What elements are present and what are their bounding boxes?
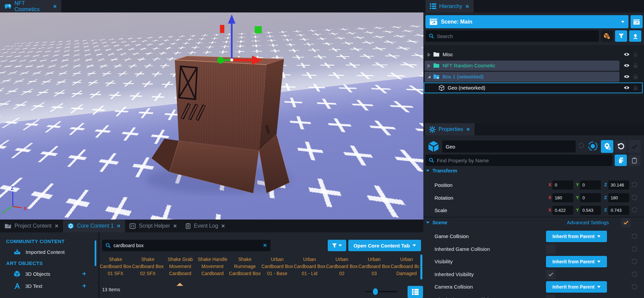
expand-arrow-icon[interactable]: [427, 64, 430, 68]
lock-icon[interactable]: [633, 52, 638, 57]
section-collapse-icon[interactable]: [426, 170, 429, 172]
lock-icon[interactable]: [633, 85, 638, 91]
reset-row-icon[interactable]: [631, 233, 638, 240]
asset-card[interactable]: Urban Cardboard Box 01 - Lid: [293, 253, 326, 280]
expand-arrow-icon[interactable]: [427, 53, 430, 57]
close-icon[interactable]: ✕: [55, 223, 59, 229]
scale-y-input[interactable]: 0.543: [580, 206, 601, 215]
position-x-input[interactable]: 0: [552, 180, 573, 190]
sidebar-item-3d-objects[interactable]: 3D Objects +: [0, 269, 98, 279]
asset-card[interactable]: Shake Cardboard Box 02 SFX: [132, 253, 164, 280]
gizmo-z-arrow[interactable]: [228, 14, 235, 24]
cardboard-box-object[interactable]: [152, 56, 290, 193]
rotation-z-input[interactable]: 180: [608, 193, 629, 202]
collapse-arrow-icon[interactable]: [427, 75, 431, 78]
scale-z-input[interactable]: 0.743: [608, 206, 629, 215]
content-search-input[interactable]: cardboard box ✕: [102, 240, 270, 251]
transform-section-header[interactable]: Transform: [426, 168, 457, 173]
scene-viewport[interactable]: Z X Y: [0, 12, 423, 220]
paste-properties-button[interactable]: [628, 155, 641, 166]
visibility-eye-icon[interactable]: [623, 74, 630, 79]
filter-button[interactable]: [328, 240, 346, 251]
add-icon[interactable]: +: [82, 282, 86, 290]
close-icon[interactable]: ✕: [466, 127, 470, 132]
tab-nft-cosmetics[interactable]: NFT Cosmetics ✕: [0, 0, 61, 12]
lock-icon[interactable]: [633, 74, 638, 79]
visibility-eye-icon[interactable]: [623, 52, 630, 57]
reset-row-icon[interactable]: [631, 207, 638, 213]
visibility-dropdown[interactable]: Inherit from Parent: [546, 256, 607, 267]
close-icon[interactable]: ✕: [465, 4, 469, 9]
advanced-settings-link[interactable]: Advanced Settings: [567, 220, 609, 225]
object-name-input[interactable]: Geo: [442, 140, 576, 153]
camera-collision-dropdown[interactable]: Inherit from Parent: [546, 281, 607, 293]
gizmo-y-handle[interactable]: [217, 57, 224, 64]
tab-script-helper[interactable]: Script Helper ✕: [125, 220, 181, 232]
advanced-settings-checkbox[interactable]: [621, 218, 631, 227]
game-collision-dropdown[interactable]: Inherit from Parent: [546, 231, 607, 242]
close-icon[interactable]: ✕: [53, 4, 57, 9]
reset-row-icon[interactable]: [631, 271, 638, 278]
sidebar-scrollbar[interactable]: [95, 240, 96, 266]
asset-card[interactable]: Urban Cardboard Box Damaged: [390, 253, 419, 280]
rotation-y-input[interactable]: 0: [580, 193, 601, 202]
hierarchy-search-input[interactable]: Search: [425, 30, 599, 42]
reset-row-icon[interactable]: [631, 195, 638, 201]
scene-settings-button[interactable]: [631, 15, 643, 28]
asset-card[interactable]: Urban Cardboard Box 02: [326, 253, 358, 280]
rotation-x-input[interactable]: 180: [552, 193, 573, 202]
tree-row-box-1[interactable]: Box 1 (networked): [423, 71, 644, 82]
reset-button[interactable]: [615, 140, 627, 153]
slider-thumb[interactable]: [373, 288, 378, 295]
tab-properties[interactable]: Properties ✕: [425, 123, 475, 135]
reset-row-icon[interactable]: [631, 259, 638, 265]
find-in-scene-button[interactable]: [601, 140, 613, 153]
lock-icon[interactable]: [633, 63, 638, 68]
thumbnail-size-slider[interactable]: [365, 291, 397, 292]
inherited-visibility-checkbox[interactable]: [546, 270, 555, 279]
reset-row-icon[interactable]: [631, 182, 638, 188]
view-mode-button[interactable]: [408, 286, 423, 298]
sidebar-item-3d-text[interactable]: 3D Text +: [0, 281, 98, 291]
asset-card[interactable]: Urban Cardboard Box 01 - Base: [261, 253, 293, 280]
close-icon[interactable]: ✕: [173, 223, 177, 229]
position-z-input[interactable]: 30.146: [608, 180, 629, 190]
asset-card[interactable]: Shake Cardboard Box 01 SFX: [99, 253, 132, 280]
scale-x-input[interactable]: 0.422: [552, 206, 573, 215]
tab-core-content-1[interactable]: Core Content 1 ✕: [63, 220, 125, 232]
open-core-content-tab-button[interactable]: Open Core Content Tab: [348, 240, 421, 251]
tab-project-content[interactable]: Project Content ✕: [0, 220, 63, 232]
visibility-eye-icon[interactable]: [623, 85, 630, 90]
gizmo-plane-handle-green[interactable]: [255, 26, 262, 33]
clear-search-icon[interactable]: ✕: [263, 242, 267, 249]
copy-properties-button[interactable]: [615, 155, 627, 166]
hierarchy-filter-button[interactable]: [615, 30, 627, 42]
close-icon[interactable]: ✕: [117, 223, 121, 229]
section-collapse-icon[interactable]: [426, 222, 429, 224]
add-icon[interactable]: +: [82, 270, 86, 278]
deinstance-icon[interactable]: [587, 141, 598, 152]
inherited-game-collision-checkbox[interactable]: [546, 244, 555, 254]
tree-row-nft-random-cosmetic[interactable]: NFT Random Cosmetic: [423, 60, 644, 71]
sidebar-item-imported-content[interactable]: Imported Content: [0, 247, 98, 257]
cards-scrollbar[interactable]: [420, 255, 422, 279]
tab-hierarchy[interactable]: Hierarchy ✕: [425, 0, 474, 12]
gizmo-plane-handle-red[interactable]: [220, 25, 224, 33]
position-y-input[interactable]: 0: [580, 180, 601, 190]
asset-card[interactable]: Shake Rummage Cardboard Box: [229, 253, 261, 280]
close-icon[interactable]: ✕: [221, 223, 225, 229]
asset-card[interactable]: Shake Handle Movement Cardboard: [196, 253, 229, 280]
asset-card[interactable]: Shake Grab Movement Cardboard: [164, 253, 196, 280]
scene-selector[interactable]: Scene: Main: [425, 15, 629, 28]
asset-card[interactable]: Urban Cardboard Box 03: [358, 253, 390, 280]
apply-button[interactable]: [628, 140, 641, 153]
tree-row-geo-selected[interactable]: Geo (networked): [423, 82, 644, 93]
publish-upload-button[interactable]: [629, 30, 641, 42]
visibility-eye-icon[interactable]: [623, 63, 630, 68]
default-asset-button[interactable]: [601, 30, 613, 42]
find-property-input[interactable]: Find Property by Name: [425, 155, 612, 166]
scene-section-header[interactable]: Scene Advanced Settings: [426, 220, 642, 225]
tab-event-log[interactable]: Event Log ✕: [181, 220, 229, 232]
inherited-camera-collision-checkbox[interactable]: [546, 295, 555, 298]
tree-row-misc[interactable]: Misc: [423, 49, 644, 60]
